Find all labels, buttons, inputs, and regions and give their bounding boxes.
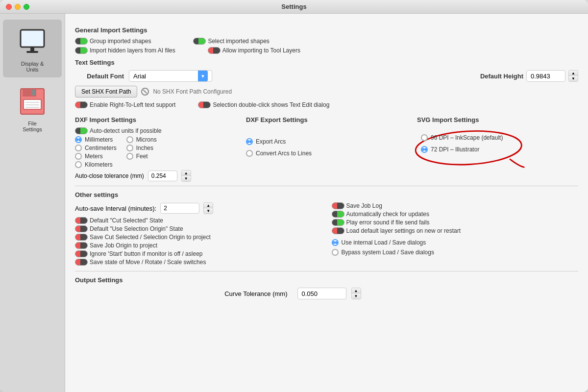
bypass-dialogs-circle[interactable] xyxy=(332,249,339,256)
radio-inches[interactable]: Inches xyxy=(126,145,157,151)
curve-tolerance-input[interactable] xyxy=(297,288,346,299)
save-job-log: Save Job Log xyxy=(332,202,579,209)
allow-tool-layers: Allow importing to Tool Layers xyxy=(208,47,300,54)
other-settings-right: Save Job Log Automatically check for upd… xyxy=(332,202,579,267)
save-cut-toggle[interactable] xyxy=(75,234,88,241)
radio-microns[interactable]: Microns xyxy=(126,136,157,143)
radio-feet-circle[interactable] xyxy=(126,153,133,160)
select-imported-shapes: Select imported shapes xyxy=(193,38,269,45)
use-internal-dialogs[interactable]: Use internal Load / Save dialogs xyxy=(332,239,579,246)
auto-update-toggle[interactable] xyxy=(332,211,344,218)
autosave-up[interactable]: ▲ xyxy=(204,203,213,208)
output-settings-header: Output Settings xyxy=(75,276,578,284)
window-title: Settings xyxy=(281,3,306,10)
content-area: Display &Units xyxy=(0,14,588,392)
no-config-icon xyxy=(141,88,149,96)
autosave-row: Auto-save Interval (minutes): ▲ ▼ xyxy=(75,202,322,214)
sidebar-item-display-units[interactable]: Display &Units xyxy=(3,20,62,77)
svg-rect-1 xyxy=(22,31,43,46)
convert-arcs-circle[interactable] xyxy=(246,150,253,157)
radio-kilometers-circle[interactable] xyxy=(75,161,82,168)
save-job-origin-toggle[interactable] xyxy=(75,242,88,249)
use-selection-origin: Default "Use Selection Origin" State xyxy=(75,225,322,232)
sidebar-item-file-settings[interactable]: FileSettings xyxy=(3,79,62,137)
general-import-row1: Group imported shapes Select imported sh… xyxy=(75,38,578,45)
shx-font-path-button[interactable]: Set SHX Font Path xyxy=(75,86,137,98)
autosave-down[interactable]: ▼ xyxy=(204,208,213,214)
convert-arcs-radio[interactable]: Convert Arcs to Lines xyxy=(246,150,407,157)
titlebar: Settings xyxy=(0,0,588,14)
autosave-input[interactable] xyxy=(160,203,199,214)
select-shapes-toggle[interactable] xyxy=(193,38,206,45)
text-options-row: Enable Right-To-Left text support Select… xyxy=(75,101,578,108)
internal-dialogs-circle[interactable] xyxy=(332,239,339,246)
selection-dialog-toggle[interactable] xyxy=(198,101,211,108)
radio-centimeters-circle[interactable] xyxy=(75,145,82,151)
tolerance-up[interactable]: ▲ xyxy=(182,171,191,176)
auto-detect-toggle[interactable] xyxy=(75,127,88,134)
tolerance-stepper: ▲ ▼ xyxy=(181,170,191,182)
radio-feet[interactable]: Feet xyxy=(126,153,157,160)
three-col-section: DXF Import Settings Auto-detect units if… xyxy=(75,111,578,182)
svg-rect-3 xyxy=(26,51,38,53)
export-arcs-circle[interactable] xyxy=(246,138,253,145)
close-button[interactable] xyxy=(6,4,12,10)
cut-selected-toggle[interactable] xyxy=(75,217,88,224)
height-input[interactable] xyxy=(526,70,565,82)
radio-millimeters[interactable]: Millimeters xyxy=(75,136,117,143)
curve-tolerance-stepper: ▲ ▼ xyxy=(351,288,361,299)
allow-tool-layers-toggle[interactable] xyxy=(208,47,220,54)
cut-selected-state: Default "Cut Selected" State xyxy=(75,217,322,224)
curve-tolerance-label: Curve Tolerance (mm) xyxy=(75,290,293,297)
rtl-toggle[interactable] xyxy=(75,101,88,108)
font-select[interactable]: Arial ▼ xyxy=(129,70,212,82)
maximize-button[interactable] xyxy=(24,4,29,10)
selection-origin-toggle[interactable] xyxy=(75,225,88,232)
group-shapes-toggle[interactable] xyxy=(75,38,88,45)
radio-kilometers[interactable]: Kilometers xyxy=(75,161,117,168)
height-stepper-down[interactable]: ▼ xyxy=(569,76,578,81)
save-job-origin: Save Job Origin to project xyxy=(75,242,322,249)
dxf-import-section: DXF Import Settings Auto-detect units if… xyxy=(75,111,236,182)
separator2 xyxy=(75,271,578,271)
radio-meters[interactable]: Meters xyxy=(75,153,117,160)
dpi-72-radio[interactable]: 72 DPI – Illustrator xyxy=(421,146,574,153)
dpi-96-circle[interactable] xyxy=(421,134,428,141)
tolerance-input[interactable] xyxy=(148,171,177,181)
svg-import-section: SVG Import Settings 96 DPI – InkScape (d… xyxy=(417,111,578,182)
radio-microns-circle[interactable] xyxy=(126,136,133,143)
left-checkboxes: Default "Cut Selected" State Default "Us… xyxy=(75,217,322,266)
bypass-system-dialogs[interactable]: Bypass system Load / Save dialogs xyxy=(332,249,579,256)
curve-tolerance-row: Curve Tolerance (mm) ▲ ▼ xyxy=(75,288,578,299)
radio-millimeters-circle[interactable] xyxy=(75,136,82,143)
height-stepper-up[interactable]: ▲ xyxy=(569,71,578,76)
ignore-start-toggle[interactable] xyxy=(75,250,88,257)
export-arcs-radio[interactable]: Export Arcs xyxy=(246,138,407,145)
ignore-start-button: Ignore 'Start' button if monitor is off … xyxy=(75,250,322,257)
play-error-sound: Play error sound if file send fails xyxy=(332,219,579,226)
save-job-log-toggle[interactable] xyxy=(332,202,344,209)
dpi-options: 96 DPI – InkScape (default) 72 DPI – Ill… xyxy=(417,131,578,156)
error-sound-toggle[interactable] xyxy=(332,219,344,226)
save-switches-toggle[interactable] xyxy=(75,259,88,266)
curve-tolerance-down[interactable]: ▼ xyxy=(352,294,361,299)
svg-rect-2 xyxy=(30,47,34,51)
minimize-button[interactable] xyxy=(15,4,21,10)
dxf-radio-grid: Millimeters Centimeters Meters xyxy=(75,136,236,168)
tolerance-down[interactable]: ▼ xyxy=(182,176,191,181)
radio-meters-circle[interactable] xyxy=(75,153,82,160)
import-hidden-toggle[interactable] xyxy=(75,47,88,54)
radio-centimeters[interactable]: Centimeters xyxy=(75,145,117,151)
dxf-export-header: DXF Export Settings xyxy=(246,116,407,123)
font-row: Default Font Arial ▼ Default Height ▲ ▼ xyxy=(75,70,578,82)
dxf-import-header: DXF Import Settings xyxy=(75,116,236,123)
curve-tolerance-up[interactable]: ▲ xyxy=(352,288,361,294)
load-layer-settings: Load default layer settings on new or re… xyxy=(332,227,579,234)
tolerance-row: Auto-close tolerance (mm) ▲ ▼ xyxy=(75,170,236,182)
radio-inches-circle[interactable] xyxy=(126,145,133,151)
dpi-72-circle[interactable] xyxy=(421,146,428,153)
dpi-96-radio[interactable]: 96 DPI – InkScape (default) xyxy=(421,134,574,141)
other-settings-left: Auto-save Interval (minutes): ▲ ▼ Defaul… xyxy=(75,202,322,267)
layer-settings-toggle[interactable] xyxy=(332,227,344,234)
font-select-arrow[interactable]: ▼ xyxy=(198,71,208,81)
